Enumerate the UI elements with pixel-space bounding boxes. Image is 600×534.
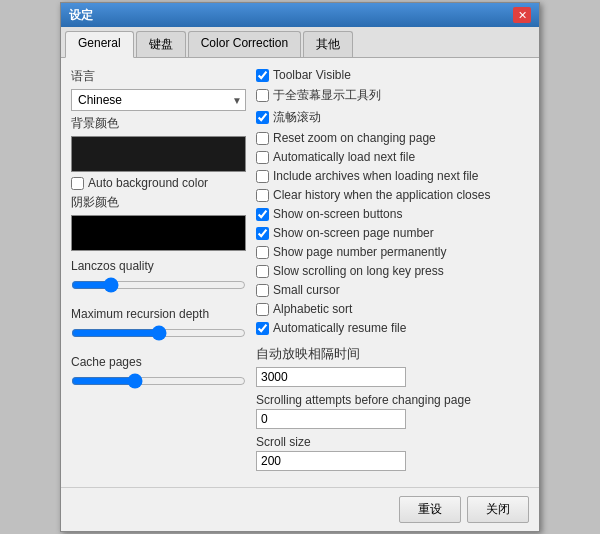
checkbox-item-11[interactable]	[256, 284, 269, 297]
shadow-color-label: 阴影颜色	[71, 194, 246, 211]
main-content: 语言 Chinese ▼ 背景颜色 Auto background color …	[61, 58, 539, 487]
scroll-size-input[interactable]	[256, 451, 406, 471]
checkbox-label-5[interactable]: Include archives when loading next file	[273, 169, 478, 183]
checkbox-row: Small cursor	[256, 283, 529, 297]
checkbox-row: Toolbar Visible	[256, 68, 529, 82]
checkbox-label-9[interactable]: Show page number permanently	[273, 245, 446, 259]
checkbox-label-6[interactable]: Clear history when the application close…	[273, 188, 490, 202]
checkbox-item-2[interactable]	[256, 111, 269, 124]
checkbox-label-12[interactable]: Alphabetic sort	[273, 302, 352, 316]
slideshow-input-group	[256, 367, 529, 387]
window-close-button[interactable]: ✕	[513, 7, 531, 23]
language-dropdown[interactable]: Chinese	[71, 89, 246, 111]
bg-color-label: 背景颜色	[71, 115, 246, 132]
checkbox-item-3[interactable]	[256, 132, 269, 145]
checkbox-item-8[interactable]	[256, 227, 269, 240]
checkbox-label-3[interactable]: Reset zoom on changing page	[273, 131, 436, 145]
footer: 重设 关闭	[61, 487, 539, 531]
tab-bar: General 键盘 Color Correction 其他	[61, 27, 539, 58]
checkbox-row: Show on-screen buttons	[256, 207, 529, 221]
checkbox-item-7[interactable]	[256, 208, 269, 221]
checkbox-item-12[interactable]	[256, 303, 269, 316]
settings-window: 设定 ✕ General 键盘 Color Correction 其他 语言 C…	[60, 2, 540, 532]
cache-pages-section: Cache pages	[71, 355, 246, 395]
max-recursion-slider[interactable]	[71, 325, 246, 341]
window-title: 设定	[69, 7, 93, 24]
checkbox-label-2[interactable]: 流畅滚动	[273, 109, 321, 126]
checkbox-label-13[interactable]: Automatically resume file	[273, 321, 406, 335]
checkbox-label-4[interactable]: Automatically load next file	[273, 150, 415, 164]
checkbox-row: Automatically resume file	[256, 321, 529, 335]
shadow-color-swatch[interactable]	[71, 215, 246, 251]
auto-bg-label[interactable]: Auto background color	[88, 176, 208, 190]
checkbox-item-13[interactable]	[256, 322, 269, 335]
close-button[interactable]: 关闭	[467, 496, 529, 523]
title-bar: 设定 ✕	[61, 3, 539, 27]
scroll-attempts-group: Scrolling attempts before changing page	[256, 393, 529, 429]
checkbox-row: Include archives when loading next file	[256, 169, 529, 183]
language-label: 语言	[71, 68, 246, 85]
cache-pages-slider[interactable]	[71, 373, 246, 389]
lanczos-section: Lanczos quality	[71, 259, 246, 299]
cache-pages-label: Cache pages	[71, 355, 246, 369]
slideshow-input[interactable]	[256, 367, 406, 387]
language-dropdown-container: Chinese ▼	[71, 89, 246, 111]
checkbox-row: Show on-screen page number	[256, 226, 529, 240]
checkbox-item-6[interactable]	[256, 189, 269, 202]
checkbox-row: Reset zoom on changing page	[256, 131, 529, 145]
checkbox-label-11[interactable]: Small cursor	[273, 283, 340, 297]
checkbox-item-10[interactable]	[256, 265, 269, 278]
bg-color-swatch[interactable]	[71, 136, 246, 172]
auto-bg-checkbox-row: Auto background color	[71, 176, 246, 190]
checkbox-list: Toolbar Visible于全萤幕显示工具列流畅滚动Reset zoom o…	[256, 68, 529, 337]
max-recursion-section: Maximum recursion depth	[71, 307, 246, 347]
checkbox-label-10[interactable]: Slow scrolling on long key press	[273, 264, 444, 278]
scroll-size-label: Scroll size	[256, 435, 529, 449]
reset-button[interactable]: 重设	[399, 496, 461, 523]
checkbox-item-9[interactable]	[256, 246, 269, 259]
checkbox-label-7[interactable]: Show on-screen buttons	[273, 207, 402, 221]
checkbox-label-0[interactable]: Toolbar Visible	[273, 68, 351, 82]
left-panel: 语言 Chinese ▼ 背景颜色 Auto background color …	[71, 68, 246, 477]
checkbox-label-8[interactable]: Show on-screen page number	[273, 226, 434, 240]
auto-slideshow-label: 自动放映相隔时间	[256, 345, 529, 363]
tab-keyboard[interactable]: 键盘	[136, 31, 186, 57]
auto-bg-checkbox[interactable]	[71, 177, 84, 190]
checkbox-row: Alphabetic sort	[256, 302, 529, 316]
scroll-attempts-label: Scrolling attempts before changing page	[256, 393, 529, 407]
checkbox-row: Show page number permanently	[256, 245, 529, 259]
checkbox-row: 流畅滚动	[256, 109, 529, 126]
tab-general[interactable]: General	[65, 31, 134, 58]
scroll-attempts-input[interactable]	[256, 409, 406, 429]
tab-other[interactable]: 其他	[303, 31, 353, 57]
lanczos-slider[interactable]	[71, 277, 246, 293]
checkbox-item-1[interactable]	[256, 89, 269, 102]
checkbox-row: Automatically load next file	[256, 150, 529, 164]
checkbox-row: 于全萤幕显示工具列	[256, 87, 529, 104]
lanczos-label: Lanczos quality	[71, 259, 246, 273]
scroll-size-group: Scroll size	[256, 435, 529, 471]
checkbox-label-1[interactable]: 于全萤幕显示工具列	[273, 87, 381, 104]
right-panel: Toolbar Visible于全萤幕显示工具列流畅滚动Reset zoom o…	[256, 68, 529, 477]
checkbox-row: Clear history when the application close…	[256, 188, 529, 202]
checkbox-row: Slow scrolling on long key press	[256, 264, 529, 278]
max-recursion-label: Maximum recursion depth	[71, 307, 246, 321]
checkbox-item-4[interactable]	[256, 151, 269, 164]
checkbox-item-5[interactable]	[256, 170, 269, 183]
checkbox-item-0[interactable]	[256, 69, 269, 82]
tab-color-correction[interactable]: Color Correction	[188, 31, 301, 57]
